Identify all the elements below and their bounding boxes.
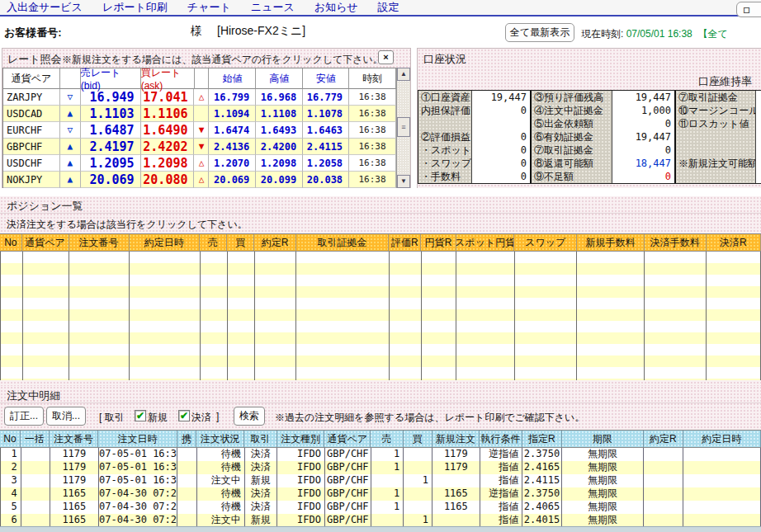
order-row[interactable]: 6116507-04-30 07:26注文中新規IFDOGBP/CHF1指値2.… [1, 514, 761, 527]
rate-row-NOKJPY[interactable]: NOKJPY▲20.06920.080△20.06920.09920.03816… [3, 172, 396, 188]
orders-col-header: 買 [404, 431, 432, 447]
order-status: 待機 [197, 501, 245, 514]
position-cell-empty [23, 298, 70, 309]
open-value: 1.6474 [209, 122, 256, 139]
buy-qty [404, 448, 432, 461]
horizontal-scrollbar[interactable] [0, 526, 761, 532]
position-cell-empty [1, 298, 23, 309]
menu-item-3[interactable]: チャート [187, 0, 231, 15]
position-cell-empty [255, 355, 296, 367]
order-kind: IFDO [277, 501, 325, 514]
orders-table-body: 1117907-05-01 16:38待機決済IFDOGBP/CHF11179逆… [0, 448, 761, 527]
position-cell-empty [577, 344, 644, 355]
account-label: ⑨不足額 [532, 170, 612, 183]
batch [21, 487, 50, 501]
rate-row-USDCAD[interactable]: USDCAD▲1.11031.11061.10941.11081.107816:… [3, 106, 396, 122]
position-cell-empty [422, 298, 457, 309]
menu-item-2[interactable]: レポート印刷 [102, 0, 168, 15]
order-row[interactable]: 4116507-04-30 07:26待機決済IFDOGBP/CHF11165逆… [1, 487, 761, 501]
position-cell-empty [296, 252, 390, 263]
logout-button[interactable]: ロ [736, 2, 761, 17]
filled-datetime [683, 474, 761, 487]
rate-row-GBPCHF[interactable]: GBPCHF▲2.41972.4202▼2.41362.42002.411516… [3, 139, 396, 155]
rate-row-USDCHF[interactable]: USDCHF▲1.20951.2098△1.20701.20981.205816… [3, 155, 396, 172]
account-label: ・手数料 [418, 170, 471, 183]
position-cell-empty [422, 275, 457, 286]
specified-rate: 2.4165 [522, 461, 562, 474]
position-cell-empty [69, 344, 130, 355]
position-cell-empty [422, 379, 457, 380]
ask-rate: 20.080 [141, 172, 195, 188]
batch [21, 501, 50, 514]
position-cell-empty [515, 367, 578, 379]
row-no: 3 [1, 474, 21, 487]
order-row[interactable]: 2117907-05-01 16:38待機決済IFDOGBP/CHF11179指… [1, 461, 761, 474]
orders-col-header: 新規注文 [432, 431, 480, 447]
scrollbar-thumb[interactable]: ≡ [397, 117, 410, 137]
account-label [676, 144, 755, 157]
position-row-empty [1, 355, 761, 367]
scroll-down-icon[interactable]: ▼ [397, 175, 410, 188]
orders-col-header: 約定日時 [683, 431, 761, 447]
order-row[interactable]: 1117907-05-01 16:38待機決済IFDOGBP/CHF11179逆… [1, 448, 761, 461]
account-label: ⑦取引証拠金 [532, 144, 612, 157]
filled-rate [644, 448, 683, 461]
refresh-all-button[interactable]: 全て最新表示 [505, 23, 574, 42]
position-cell-empty [201, 367, 228, 379]
bid-arrow-icon: ▲ [60, 172, 81, 188]
rate-col-header: 高値 [256, 68, 303, 89]
position-cell-empty [130, 252, 200, 263]
new-order-ref: 1179 [432, 448, 480, 461]
order-row[interactable]: 3117907-05-01 16:38注文中新規IFDOGBP/CHF1指値2.… [1, 474, 761, 487]
close-icon[interactable]: × [378, 50, 394, 64]
rate-scrollbar[interactable]: ▲ ≡ ▼ [396, 68, 410, 188]
menu-item-5[interactable]: お知らせ [314, 0, 358, 15]
mobile [177, 501, 197, 514]
rate-col-header: 安値 [303, 68, 349, 89]
position-cell-empty [23, 344, 70, 355]
position-cell-empty [707, 332, 761, 344]
positions-col-header: 評価R [389, 234, 421, 251]
position-cell-empty [296, 332, 390, 344]
menu-item-1[interactable]: 入出金サービス [7, 0, 83, 15]
position-cell-empty [1, 355, 23, 367]
menu-item-6[interactable]: 設定 [378, 0, 399, 15]
orders-col-header: 取引 [244, 431, 277, 447]
ask-arrow-icon: △ [194, 155, 209, 172]
positions-col-header: 通貨ペア [22, 234, 69, 251]
position-cell-empty [390, 321, 422, 332]
search-button[interactable]: 検索 [234, 407, 265, 426]
position-cell-empty [422, 355, 457, 367]
position-cell-empty [201, 344, 228, 355]
orders-col-header: 期限 [562, 431, 644, 447]
edit-order-button[interactable]: 訂正... [4, 407, 44, 426]
checkbox-new-orders[interactable]: ✔ [135, 410, 146, 421]
position-cell-empty [201, 355, 228, 367]
position-cell-empty [255, 309, 296, 321]
cancel-order-button[interactable]: 取消... [46, 407, 86, 426]
position-cell-empty [23, 379, 70, 380]
menu-item-4[interactable]: ニュース [251, 0, 295, 15]
rate-col-header [60, 68, 81, 89]
scroll-up-icon[interactable]: ▲ [397, 68, 410, 81]
trade-type: 決済 [245, 461, 278, 474]
position-cell-empty [707, 286, 761, 298]
account-column-2: 19,44700000 [472, 91, 532, 183]
low-value: 20.038 [303, 172, 349, 188]
position-cell-empty [201, 275, 228, 286]
position-cell-empty [69, 379, 130, 380]
trade-type: 決済 [245, 487, 278, 501]
checkbox-close-orders[interactable]: ✔ [178, 410, 190, 421]
orders-table-header: No一括注文番号注文日時携注文状況取引注文種別通貨ペア売買新規注文執行条件指定R… [0, 430, 761, 448]
position-cell-empty [296, 355, 390, 367]
position-cell-empty [456, 252, 514, 263]
position-cell-empty [1, 379, 23, 380]
position-cell-empty [390, 367, 422, 379]
position-cell-empty [255, 252, 296, 263]
order-row[interactable]: 5116507-04-30 07:26待機決済IFDOGBP/CHF11165指… [1, 501, 761, 514]
rate-row-EURCHF[interactable]: EURCHF▽1.64871.6490▼1.64741.64931.646316… [3, 122, 396, 139]
positions-table-header: No通貨ペア注文番号約定日時売買約定R取引証拠金評価R円貨Rスポット円貨スワップ… [0, 233, 761, 252]
rate-row-ZARJPY[interactable]: ZARJPY▽16.94917.041△16.79916.96816.77916… [3, 89, 396, 106]
position-cell-empty [577, 355, 644, 367]
position-cell-empty [456, 286, 514, 298]
